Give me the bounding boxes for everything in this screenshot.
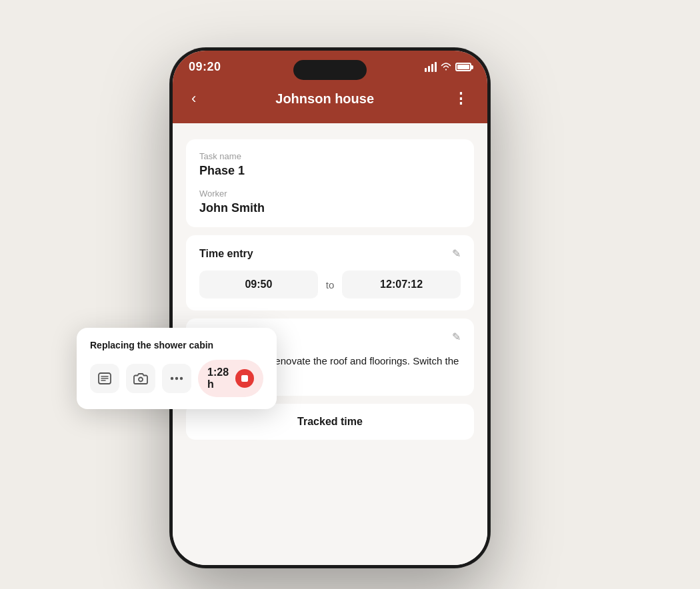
task-name-field: Task name Phase 1 — [199, 151, 461, 178]
time-entry-card: Time entry ✎ 09:50 to 12:07:12 — [186, 235, 474, 310]
tracked-time-title: Tracked time — [199, 416, 461, 428]
menu-button[interactable]: ⋮ — [448, 87, 474, 110]
time-separator: to — [326, 279, 335, 291]
time-entry-header: Time entry ✎ — [199, 247, 461, 260]
svg-point-6 — [175, 377, 178, 380]
time-row: 09:50 to 12:07:12 — [199, 271, 461, 298]
time-entry-title: Time entry — [199, 248, 253, 260]
camera-icon — [133, 372, 148, 384]
start-time-box[interactable]: 09:50 — [199, 271, 318, 298]
floating-popup: Replacing the shower cabin — [77, 328, 277, 409]
worker-field: Worker John Smith — [199, 189, 461, 215]
more-button[interactable] — [162, 364, 191, 393]
page-title: Johnson house — [275, 91, 374, 107]
worker-label: Worker — [199, 189, 461, 199]
comment-edit-button[interactable]: ✎ — [452, 330, 461, 343]
battery-icon — [455, 63, 471, 71]
phone-frame: 09:20 — [170, 48, 490, 568]
tracked-time-card: Tracked time — [186, 404, 474, 440]
task-name-label: Task name — [199, 151, 461, 161]
wifi-icon — [441, 62, 451, 73]
svg-point-5 — [171, 377, 173, 380]
app-header: ‹ Johnson house ⋮ — [173, 79, 487, 123]
task-name-value: Phase 1 — [199, 164, 461, 178]
time-entry-edit-button[interactable]: ✎ — [452, 247, 461, 260]
status-time: 09:20 — [189, 60, 221, 74]
timer-value: 1:28 h — [207, 366, 229, 390]
svg-point-4 — [139, 378, 143, 382]
camera-button[interactable] — [126, 364, 155, 393]
stop-button[interactable] — [235, 369, 254, 388]
more-icon — [170, 376, 183, 380]
notes-icon — [98, 372, 111, 384]
phone-screen: 09:20 — [173, 51, 487, 565]
timer-display: 1:28 h — [198, 360, 263, 397]
end-time-box[interactable]: 12:07:12 — [342, 271, 461, 298]
back-button[interactable]: ‹ — [186, 87, 201, 110]
popup-title: Replacing the shower cabin — [90, 340, 263, 350]
status-icons — [425, 62, 471, 73]
dynamic-island — [293, 60, 367, 80]
stop-icon — [241, 375, 248, 382]
signal-icon — [425, 62, 437, 72]
task-info-card: Task name Phase 1 Worker John Smith — [186, 139, 474, 227]
worker-value: John Smith — [199, 201, 461, 215]
notes-button[interactable] — [90, 364, 119, 393]
popup-actions: 1:28 h — [90, 360, 263, 397]
scene: 09:20 — [117, 35, 583, 554]
svg-point-7 — [180, 377, 183, 380]
